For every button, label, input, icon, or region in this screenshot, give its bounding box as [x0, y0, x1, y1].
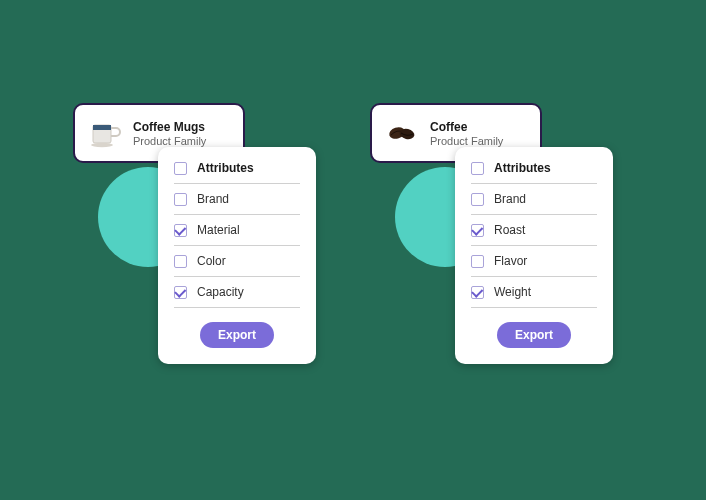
select-all-checkbox[interactable]	[174, 162, 187, 175]
attribute-checkbox[interactable]	[471, 255, 484, 268]
attribute-row[interactable]: Flavor	[471, 246, 597, 277]
attribute-row[interactable]: Brand	[174, 184, 300, 215]
select-all-checkbox[interactable]	[471, 162, 484, 175]
attribute-checkbox[interactable]	[471, 286, 484, 299]
attribute-checkbox[interactable]	[471, 193, 484, 206]
attribute-checkbox[interactable]	[174, 224, 187, 237]
svg-rect-1	[93, 125, 111, 130]
attribute-label: Weight	[494, 285, 531, 299]
export-button[interactable]: Export	[497, 322, 571, 348]
attributes-header-row: Attributes	[174, 161, 300, 184]
attribute-row[interactable]: Roast	[471, 215, 597, 246]
mug-icon	[87, 115, 123, 151]
product-group-coffee: Coffee Product Family Attributes Brand R…	[370, 103, 542, 163]
attribute-label: Roast	[494, 223, 525, 237]
attribute-row[interactable]: Weight	[471, 277, 597, 308]
attribute-checkbox[interactable]	[174, 286, 187, 299]
product-title: Coffee Mugs	[133, 120, 206, 134]
coffee-beans-icon	[384, 115, 420, 151]
product-group-mugs: Coffee Mugs Product Family Attributes Br…	[73, 103, 245, 163]
attributes-heading: Attributes	[494, 161, 551, 175]
product-title: Coffee	[430, 120, 503, 134]
attribute-row[interactable]: Material	[174, 215, 300, 246]
attributes-header-row: Attributes	[471, 161, 597, 184]
attribute-row[interactable]: Capacity	[174, 277, 300, 308]
attributes-panel: Attributes Brand Roast Flavor Weight Exp…	[455, 147, 613, 364]
svg-point-2	[91, 143, 113, 147]
export-button[interactable]: Export	[200, 322, 274, 348]
attribute-row[interactable]: Color	[174, 246, 300, 277]
product-text: Coffee Product Family	[430, 120, 503, 147]
attributes-heading: Attributes	[197, 161, 254, 175]
attribute-label: Brand	[197, 192, 229, 206]
attributes-panel: Attributes Brand Material Color Capacity…	[158, 147, 316, 364]
attribute-row[interactable]: Brand	[471, 184, 597, 215]
attribute-checkbox[interactable]	[174, 193, 187, 206]
attribute-label: Material	[197, 223, 240, 237]
product-subtitle: Product Family	[133, 135, 206, 147]
attribute-label: Flavor	[494, 254, 527, 268]
attribute-checkbox[interactable]	[471, 224, 484, 237]
attribute-checkbox[interactable]	[174, 255, 187, 268]
attribute-label: Brand	[494, 192, 526, 206]
attribute-label: Color	[197, 254, 226, 268]
attribute-label: Capacity	[197, 285, 244, 299]
product-text: Coffee Mugs Product Family	[133, 120, 206, 147]
product-subtitle: Product Family	[430, 135, 503, 147]
